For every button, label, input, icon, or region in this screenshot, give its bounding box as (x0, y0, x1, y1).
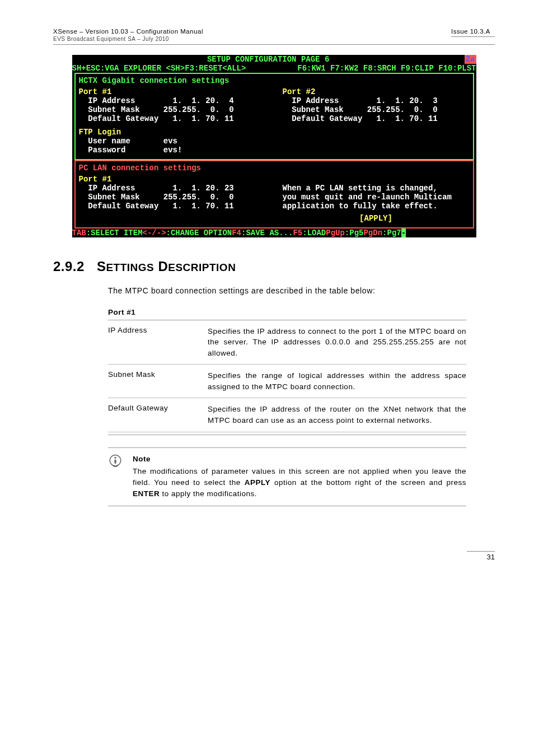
note-text-post: to apply the modifications. (160, 489, 257, 498)
header-subtitle: EVS Broadcast Equipment SA – July 2010 (53, 36, 203, 42)
note-text-mid: option at the bottom right of the screen… (270, 478, 466, 487)
section-heading: 2.9.2 SETTINGS DESCRIPTION (53, 259, 495, 274)
pclan-note-2: you must quit and re-launch Multicam (283, 193, 470, 202)
foot-save-lbl: :SAVE AS... (241, 228, 293, 237)
term-title: SETUP CONFIGURATION PAGE 6 (72, 55, 465, 64)
term-footer: TAB:SELECT ITEM <-/->:CHANGE OPTION F4:S… (72, 228, 476, 237)
row-key: Default Gateway (108, 404, 203, 426)
table-end-rule (108, 432, 466, 435)
page-header: XSense – Version 10.03 – Configuration M… (53, 28, 495, 42)
row-key: Subnet Mask (108, 370, 203, 392)
row-val: Specifies the IP address to connect to t… (208, 326, 466, 359)
foot-change-lbl: :CHANGE OPTION (166, 228, 232, 237)
port2-gateway[interactable]: Default Gateway 1. 1. 70. 11 (283, 114, 470, 123)
header-title: XSense – Version 10.03 – Configuration M… (53, 28, 203, 35)
foot-arrows: <-/-> (143, 228, 166, 237)
note-apply-word: APPLY (245, 478, 270, 487)
foot-load-lbl: :LOAD (302, 228, 326, 237)
port1-header: Port #1 (79, 87, 266, 96)
term-fn-left: SH+ESC:VGA EXPLORER <SH>F3:RESET<ALL> (72, 64, 246, 73)
intro-text: The MTPC board connection settings are d… (108, 286, 495, 297)
term-fn-right: F6:KW1 F7:KW2 F8:SRCH F9:CLIP F10:PLST (297, 64, 476, 73)
port2-header: Port #2 (283, 87, 470, 96)
note-block: Note The modifications of parameter valu… (108, 447, 466, 506)
table-row: Default Gateway Specifies the IP address… (108, 398, 466, 432)
pclan-mask[interactable]: Subnet Mask 255.255. 0. 0 (79, 193, 266, 202)
port1-mask[interactable]: Subnet Mask 255.255. 0. 0 (79, 105, 266, 114)
row-val: Specifies the IP address of the router o… (208, 404, 466, 426)
pclan-note-3: application to fully take effect. (283, 202, 470, 211)
term-za-badge: Za (465, 55, 476, 64)
terminal-screenshot: SETUP CONFIGURATION PAGE 6 Za SH+ESC:VGA… (72, 55, 476, 237)
header-issue: Issue 10.3.A (451, 28, 490, 35)
ftp-user[interactable]: User name evs (79, 137, 470, 146)
port2-mask[interactable]: Subnet Mask 255.255. 0. 0 (283, 105, 470, 114)
pclan-port1-header: Port #1 (79, 175, 266, 184)
apply-button[interactable]: [APPLY] (283, 214, 470, 223)
port2-ip[interactable]: IP Address 1. 1. 20. 3 (283, 96, 470, 105)
foot-f5: F5 (293, 228, 302, 237)
table-row: IP Address Specifies the IP address to c… (108, 320, 466, 365)
section-title: SETTINGS DESCRIPTION (97, 259, 236, 274)
pclan-heading: PC LAN connection settings (79, 164, 470, 172)
settings-table: Port #1 IP Address Specifies the IP addr… (108, 305, 466, 435)
foot-dash: - (401, 228, 406, 237)
port1-gateway[interactable]: Default Gateway 1. 1. 70. 11 (79, 114, 266, 123)
pclan-note-1: When a PC LAN setting is changed, (283, 184, 470, 193)
note-title: Note (133, 454, 466, 465)
header-rule (53, 44, 495, 45)
hctx-heading: HCTX Gigabit connection settings (79, 76, 470, 85)
foot-pgup: PgUp (326, 228, 345, 237)
foot-pg5-lbl: :Pg5 (345, 228, 364, 237)
page-number: 31 (467, 551, 495, 561)
foot-pg7-lbl: :Pg7 (382, 228, 401, 237)
foot-pgdn: PgDn (363, 228, 382, 237)
note-icon (108, 454, 123, 500)
table-caption: Port #1 (108, 305, 466, 320)
ftp-header: FTP Login (79, 128, 470, 137)
foot-tab-lbl: :SELECT ITEM (86, 228, 143, 237)
foot-f4: F4 (232, 228, 241, 237)
pclan-ip[interactable]: IP Address 1. 1. 20. 23 (79, 184, 266, 193)
note-enter-word: ENTER (133, 489, 160, 498)
row-val: Specifies the range of logical addresses… (208, 370, 466, 392)
term-box-hctx: HCTX Gigabit connection settings Port #1… (74, 73, 474, 160)
term-box-pclan: PC LAN connection settings Port #1 IP Ad… (74, 160, 474, 228)
section-number: 2.9.2 (53, 259, 85, 274)
pclan-gateway[interactable]: Default Gateway 1. 1. 70. 11 (79, 202, 266, 211)
table-row: Subnet Mask Specifies the range of logic… (108, 365, 466, 398)
foot-tab: TAB (72, 228, 86, 237)
ftp-pass[interactable]: Password evs! (79, 146, 470, 155)
note-body: Note The modifications of parameter valu… (133, 454, 466, 500)
port1-ip[interactable]: IP Address 1. 1. 20. 4 (79, 96, 266, 105)
row-key: IP Address (108, 326, 203, 359)
svg-point-1 (114, 456, 116, 458)
svg-rect-2 (114, 459, 116, 463)
